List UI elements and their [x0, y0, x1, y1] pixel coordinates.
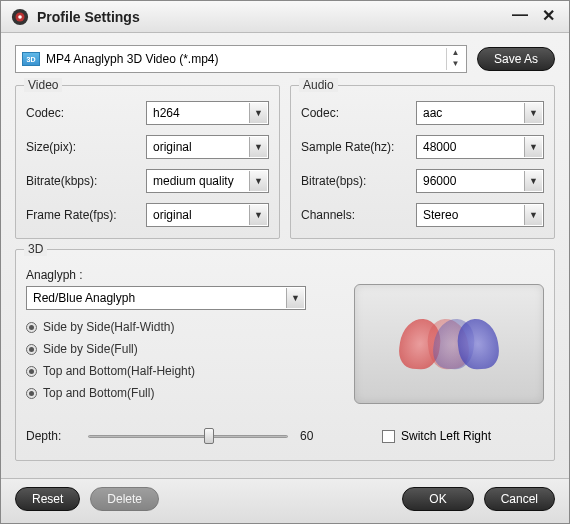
depth-label: Depth:	[26, 429, 76, 443]
audio-bitrate-value: 96000	[423, 174, 456, 188]
chevron-down-icon: ▼	[249, 171, 267, 191]
ok-button[interactable]: OK	[402, 487, 473, 511]
delete-button[interactable]: Delete	[90, 487, 159, 511]
butterfly-anaglyph-icon	[394, 309, 504, 379]
video-codec-dropdown[interactable]: h264 ▼	[146, 101, 269, 125]
3d-legend: 3D	[24, 242, 47, 256]
video-bitrate-value: medium quality	[153, 174, 234, 188]
depth-slider[interactable]	[88, 426, 288, 446]
switch-left-right-checkbox[interactable]	[382, 430, 395, 443]
chevron-down-icon: ▼	[249, 103, 267, 123]
radio-icon	[26, 322, 37, 333]
chevron-down-icon: ▼	[524, 103, 542, 123]
3d-badge-icon: 3D	[22, 52, 40, 66]
svg-point-2	[18, 15, 22, 19]
footer-bar: Reset Delete OK Cancel	[1, 478, 569, 523]
audio-legend: Audio	[299, 78, 338, 92]
save-as-button[interactable]: Save As	[477, 47, 555, 71]
video-legend: Video	[24, 78, 62, 92]
audio-codec-dropdown[interactable]: aac ▼	[416, 101, 544, 125]
audio-codec-value: aac	[423, 106, 442, 120]
depth-value: 60	[300, 429, 330, 443]
video-codec-value: h264	[153, 106, 180, 120]
video-framerate-label: Frame Rate(fps):	[26, 208, 146, 222]
app-icon	[11, 8, 29, 26]
radio-sbs-full[interactable]: Side by Side(Full)	[26, 338, 334, 360]
radio-icon	[26, 388, 37, 399]
window-title: Profile Settings	[37, 9, 503, 25]
audio-samplerate-value: 48000	[423, 140, 456, 154]
profile-dropdown[interactable]: 3D MP4 Anaglyph 3D Video (*.mp4) ▲▼	[15, 45, 467, 73]
video-framerate-value: original	[153, 208, 192, 222]
video-size-value: original	[153, 140, 192, 154]
radio-tab-full[interactable]: Top and Bottom(Full)	[26, 382, 334, 404]
close-button[interactable]: ✕	[537, 6, 559, 28]
3d-group: 3D Anaglyph : Red/Blue Anaglyph ▼ Side b…	[15, 249, 555, 461]
slider-thumb-icon[interactable]	[204, 428, 214, 444]
cancel-button[interactable]: Cancel	[484, 487, 555, 511]
reset-button[interactable]: Reset	[15, 487, 80, 511]
anaglyph-dropdown[interactable]: Red/Blue Anaglyph ▼	[26, 286, 306, 310]
minimize-button[interactable]: —	[509, 6, 531, 28]
radio-label: Side by Side(Half-Width)	[43, 320, 174, 334]
audio-group: Audio Codec: aac ▼ Sample Rate(hz): 4800…	[290, 85, 555, 239]
radio-label: Top and Bottom(Half-Height)	[43, 364, 195, 378]
audio-channels-value: Stereo	[423, 208, 458, 222]
spinner-arrows-icon[interactable]: ▲▼	[446, 48, 464, 70]
chevron-down-icon: ▼	[524, 137, 542, 157]
chevron-down-icon: ▼	[524, 171, 542, 191]
audio-samplerate-label: Sample Rate(hz):	[301, 140, 416, 154]
content-area: 3D MP4 Anaglyph 3D Video (*.mp4) ▲▼ Save…	[1, 33, 569, 478]
anaglyph-value: Red/Blue Anaglyph	[33, 291, 135, 305]
anaglyph-label: Anaglyph :	[26, 268, 334, 282]
radio-tab-half[interactable]: Top and Bottom(Half-Height)	[26, 360, 334, 382]
chevron-down-icon: ▼	[286, 288, 304, 308]
audio-bitrate-dropdown[interactable]: 96000 ▼	[416, 169, 544, 193]
radio-icon	[26, 366, 37, 377]
switch-left-right-label: Switch Left Right	[401, 429, 491, 443]
chevron-down-icon: ▼	[249, 205, 267, 225]
radio-label: Side by Side(Full)	[43, 342, 138, 356]
video-group: Video Codec: h264 ▼ Size(pix): original …	[15, 85, 280, 239]
audio-samplerate-dropdown[interactable]: 48000 ▼	[416, 135, 544, 159]
video-bitrate-label: Bitrate(kbps):	[26, 174, 146, 188]
chevron-down-icon: ▼	[249, 137, 267, 157]
chevron-down-icon: ▼	[524, 205, 542, 225]
profile-dropdown-value: MP4 Anaglyph 3D Video (*.mp4)	[46, 52, 219, 66]
audio-codec-label: Codec:	[301, 106, 416, 120]
profile-settings-window: Profile Settings — ✕ 3D MP4 Anaglyph 3D …	[0, 0, 570, 524]
video-bitrate-dropdown[interactable]: medium quality ▼	[146, 169, 269, 193]
audio-channels-dropdown[interactable]: Stereo ▼	[416, 203, 544, 227]
video-framerate-dropdown[interactable]: original ▼	[146, 203, 269, 227]
audio-channels-label: Channels:	[301, 208, 416, 222]
radio-label: Top and Bottom(Full)	[43, 386, 154, 400]
3d-preview	[354, 284, 544, 404]
title-bar: Profile Settings — ✕	[1, 1, 569, 33]
video-size-label: Size(pix):	[26, 140, 146, 154]
audio-bitrate-label: Bitrate(bps):	[301, 174, 416, 188]
radio-sbs-half[interactable]: Side by Side(Half-Width)	[26, 316, 334, 338]
radio-icon	[26, 344, 37, 355]
video-size-dropdown[interactable]: original ▼	[146, 135, 269, 159]
video-codec-label: Codec:	[26, 106, 146, 120]
